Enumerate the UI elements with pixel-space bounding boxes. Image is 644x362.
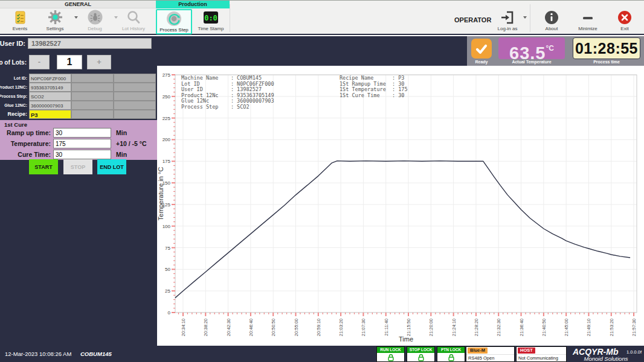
bluem-status-text: RS485 Open <box>468 355 494 361</box>
cure-time-input[interactable] <box>53 150 111 159</box>
production-section-header: Production <box>156 1 230 8</box>
debug-button[interactable]: Debug <box>77 9 112 34</box>
bluem-badge: Blue-M <box>468 348 488 354</box>
svg-text:275: 275 <box>163 72 171 78</box>
lots-count-value: 1 <box>57 55 82 69</box>
settings-label: Settings <box>37 26 72 31</box>
about-button[interactable]: About <box>534 9 569 34</box>
glue-empty-cell-2 <box>71 101 114 110</box>
svg-text:0: 0 <box>168 310 171 316</box>
ready-status-box <box>471 39 492 59</box>
settings-button[interactable]: Settings <box>37 9 72 34</box>
bluem-cell-divider <box>466 354 514 355</box>
left-control-panel: User ID: No of Lots: - 1 + Lot ID: N0PC0… <box>0 36 157 346</box>
temperature-chart: 025507510012515017520022525027520:34:102… <box>157 66 644 346</box>
svg-text:50: 50 <box>165 267 170 272</box>
actual-temperature-display: 63.5°C <box>498 37 565 59</box>
lots-minus-button[interactable]: - <box>29 55 50 69</box>
process-step-label: Process Step <box>157 27 191 33</box>
stop-lock-icon <box>407 353 434 361</box>
app-version: 1.0.0.0f <box>626 349 642 355</box>
debug-label: Debug <box>77 26 112 31</box>
general-section-header: GENERAL <box>0 1 156 8</box>
actual-temperature-label: Actual Temperature <box>498 60 565 64</box>
glue-12nc-row-label: Glue 12NC: <box>0 101 29 110</box>
gear-icon <box>37 9 72 25</box>
run-lock-icon <box>377 353 404 361</box>
lot-history-label: Lot History <box>116 26 151 31</box>
process-step-sync-icon <box>157 10 191 27</box>
digital-clock-icon: 0:0 <box>193 9 228 25</box>
process-time-label: Process time <box>573 60 640 64</box>
ptn-lock-indicator[interactable]: PTN LOCK <box>437 346 465 362</box>
product-12nc-value: 935363705149 <box>29 83 71 92</box>
bluem-connection-cell: Blue-M RS485 Open <box>466 346 515 362</box>
process-empty-cell-2 <box>71 92 114 101</box>
product-empty-cell-2 <box>71 83 114 92</box>
product-empty-cell-3 <box>114 83 156 92</box>
svg-text:21:28:20: 21:28:20 <box>474 319 479 336</box>
svg-text:20:55:00: 20:55:00 <box>294 319 299 336</box>
svg-text:21:45:00: 21:45:00 <box>564 319 569 336</box>
process-step-row-label: Process Step: <box>0 92 29 101</box>
lots-plus-button[interactable]: + <box>87 55 111 69</box>
status-bar: 12-Mar-2023 10:08:26 AM COBUM145 RUN LOC… <box>0 346 644 362</box>
svg-text:21:15:50: 21:15:50 <box>406 319 411 336</box>
time-stamp-button[interactable]: 0:0 Time Stamp <box>193 9 228 34</box>
recipe-row-label: Recipe: <box>0 110 29 119</box>
svg-text:200: 200 <box>163 137 171 142</box>
process-step-value: SCO2 <box>29 92 71 101</box>
svg-text:20:42:30: 20:42:30 <box>226 319 231 336</box>
svg-text:21:32:30: 21:32:30 <box>496 319 501 336</box>
minimize-label: Minimize <box>570 26 605 31</box>
events-button[interactable]: Events <box>2 9 37 34</box>
app-company: Monoid Solutions <box>568 355 644 362</box>
end-lot-button[interactable]: END LOT <box>97 159 126 174</box>
time-stamp-label: Time Stamp <box>193 26 228 31</box>
check-icon <box>474 42 489 56</box>
svg-text:21:07:30: 21:07:30 <box>361 319 366 336</box>
process-time-display: 01:28:55 <box>573 37 640 59</box>
login-as-button[interactable]: Log-in as <box>492 9 523 34</box>
svg-text:21:53:20: 21:53:20 <box>609 319 614 336</box>
svg-text:21:40:50: 21:40:50 <box>541 319 547 336</box>
svg-text:20:38:20: 20:38:20 <box>203 319 208 336</box>
stop-lock-indicator[interactable]: STOP LOCK <box>407 346 435 362</box>
stop-button[interactable]: STOP <box>63 159 92 174</box>
status-machine-name: COBUM145 <box>80 351 112 357</box>
ramp-up-time-unit: Min <box>116 129 127 136</box>
svg-text:100: 100 <box>163 224 171 229</box>
recipe-empty-cell-2 <box>71 110 114 119</box>
application-window: GENERAL Production Events <box>0 0 644 362</box>
minimize-dash-icon <box>570 9 605 25</box>
host-status-text: Not Communicating <box>518 355 558 361</box>
no-of-lots-label: No of Lots: <box>0 55 27 69</box>
svg-text:225: 225 <box>163 116 171 121</box>
svg-text:21:36:40: 21:36:40 <box>519 319 524 336</box>
digital-clock-text: 0:0 <box>204 14 217 22</box>
temperature-input[interactable] <box>53 139 111 148</box>
ramp-up-time-input[interactable] <box>53 128 111 138</box>
svg-text:250: 250 <box>163 94 171 100</box>
events-label: Events <box>2 26 37 31</box>
glue-empty-cell-3 <box>114 101 156 110</box>
svg-text:25: 25 <box>165 288 170 294</box>
lot-id-empty-cell-2 <box>71 74 114 83</box>
svg-text:20:50:50: 20:50:50 <box>271 319 276 336</box>
chart-info-box-right: Recipe Name : P3 1St Rampup Time : 30 1S… <box>340 75 408 98</box>
user-id-input[interactable] <box>28 38 152 49</box>
stop-lock-label: STOP LOCK <box>407 347 434 353</box>
minimize-button[interactable]: Minimize <box>570 9 605 34</box>
login-dropdown-caret[interactable] <box>523 16 527 19</box>
process-empty-cell-3 <box>114 92 156 101</box>
magnifier-icon <box>116 9 151 25</box>
exit-button[interactable]: Exit <box>609 9 640 34</box>
exit-close-icon <box>609 9 640 25</box>
lot-id-value: N0PC06FZF000 <box>29 74 71 83</box>
start-button[interactable]: START <box>29 159 58 174</box>
lot-history-button[interactable]: Lot History <box>116 9 151 34</box>
bug-icon <box>77 9 112 25</box>
svg-text:20:34:10: 20:34:10 <box>181 319 186 336</box>
run-lock-indicator[interactable]: RUN LOCK <box>376 346 405 362</box>
process-step-button[interactable]: Process Step <box>156 9 192 34</box>
